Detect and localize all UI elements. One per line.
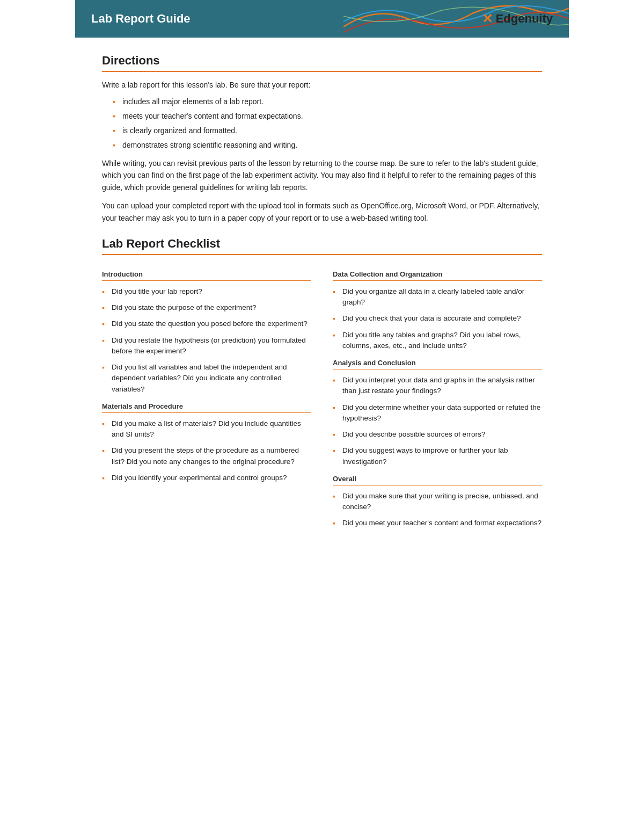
list-item: Did you describe possible sources of err… [333,429,542,440]
checklist-introduction: Introduction Did you title your lab repo… [102,270,311,395]
overall-title: Overall [333,475,542,483]
materials-subsection-divider [102,412,311,413]
data-collection-list: Did you organize all data in a clearly l… [333,286,542,351]
directions-bullet-list: includes all major elements of a lab rep… [102,96,542,151]
data-collection-divider [333,280,542,281]
intro-subsection-title: Introduction [102,270,311,278]
header-logo-area: ✕ Edgenuity [207,0,569,38]
list-item: Did you determine whether your data supp… [333,402,542,424]
list-item: Did you present the steps of the procedu… [102,445,311,467]
checklist-analysis: Analysis and Conclusion Did you interpre… [333,359,542,467]
materials-subsection-title: Materials and Procedure [102,402,311,410]
list-item: Did you state the question you posed bef… [102,318,311,329]
list-item: Did you make a list of materials? Did yo… [102,418,311,440]
list-item: Did you list all variables and label the… [102,362,311,395]
list-item: Did you meet your teacher's content and … [333,518,542,528]
list-item: Did you state the purpose of the experim… [102,302,311,313]
overall-divider [333,485,542,485]
intro-checklist-list: Did you title your lab report? Did you s… [102,286,311,395]
analysis-title: Analysis and Conclusion [333,359,542,367]
checklist-columns: Introduction Did you title your lab repo… [102,263,542,534]
list-item: Did you make sure that your writing is p… [333,491,542,513]
intro-subsection-divider [102,280,311,281]
list-item: Did you suggest ways to improve or furth… [333,445,542,467]
directions-title: Directions [102,54,542,68]
checklist-data-collection: Data Collection and Organization Did you… [333,270,542,351]
directions-intro: Write a lab report for this lesson's lab… [102,79,542,91]
logo-x-icon: ✕ [482,11,493,26]
directions-divider [102,71,542,72]
directions-section: Directions Write a lab report for this l… [102,54,542,224]
analysis-divider [333,369,542,369]
checklist-materials: Materials and Procedure Did you make a l… [102,402,311,483]
edgenuity-logo: ✕ Edgenuity [482,11,553,26]
list-item: is clearly organized and formatted. [113,125,542,136]
list-item: demonstrates strong scientific reasoning… [113,140,542,151]
main-content: Directions Write a lab report for this l… [75,38,569,556]
logo-label: Edgenuity [496,12,553,26]
materials-checklist-list: Did you make a list of materials? Did yo… [102,418,311,483]
list-item: Did you check that your data is accurate… [333,313,542,324]
directions-para-2: You can upload your completed report wit… [102,200,542,224]
list-item: Did you organize all data in a clearly l… [333,286,542,308]
checklist-section: Lab Report Checklist Introduction Did yo… [102,237,542,534]
checklist-divider [102,254,542,255]
analysis-list: Did you interpret your data and graphs i… [333,375,542,467]
checklist-right-col: Data Collection and Organization Did you… [333,263,542,534]
checklist-overall: Overall Did you make sure that your writ… [333,475,542,529]
checklist-title: Lab Report Checklist [102,237,542,251]
directions-para-1: While writing, you can revisit previous … [102,157,542,193]
checklist-left-col: Introduction Did you title your lab repo… [102,263,311,534]
overall-list: Did you make sure that your writing is p… [333,491,542,529]
list-item: Did you restate the hypothesis (or predi… [102,335,311,357]
list-item: Did you interpret your data and graphs i… [333,375,542,397]
list-item: Did you title your lab report? [102,286,311,297]
list-item: Did you identify your experimental and c… [102,473,311,483]
header-title-box: Lab Report Guide [75,0,207,38]
list-item: meets your teacher's content and format … [113,111,542,122]
list-item: Did you title any tables and graphs? Did… [333,330,542,352]
data-collection-title: Data Collection and Organization [333,270,542,278]
page-header: Lab Report Guide ✕ Edgenuity [75,0,569,38]
list-item: includes all major elements of a lab rep… [113,96,542,107]
header-title: Lab Report Guide [91,12,191,26]
